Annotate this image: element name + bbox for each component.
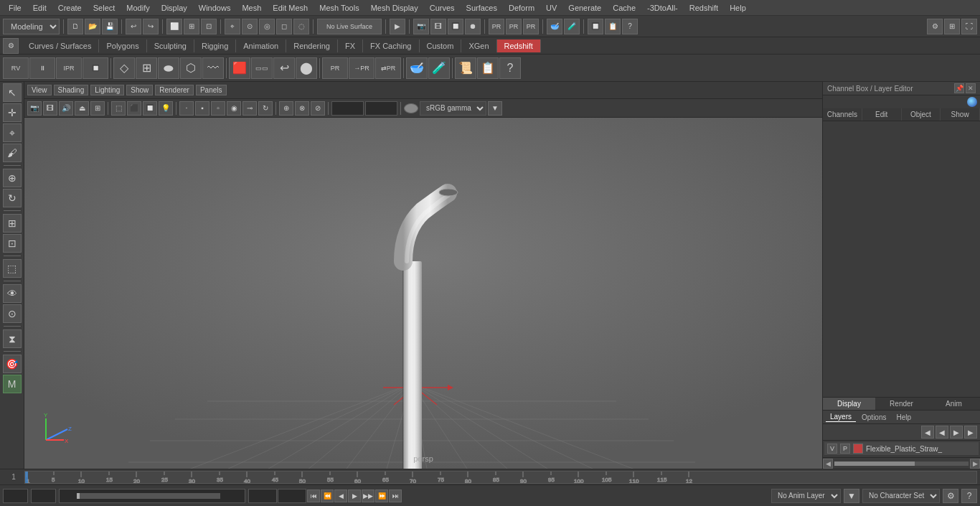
rs-btn1[interactable]: PR <box>489 19 504 34</box>
menu-file[interactable]: File <box>3 2 27 14</box>
paint-sel-btn[interactable]: ⊙ <box>242 19 258 34</box>
vp-x-input[interactable]: 0.00 <box>331 101 364 116</box>
shelf-btn-bars[interactable]: ▭▭ <box>251 57 273 79</box>
viewport-shading-menu[interactable]: Shading <box>54 85 89 95</box>
rs-btn4[interactable]: 🥣 <box>547 19 562 34</box>
history-btn[interactable]: ⧗ <box>3 329 22 348</box>
vp-wire-btn[interactable]: ⬚ <box>111 101 126 116</box>
bb-range-current[interactable]: 1 <box>62 489 76 503</box>
layer-scroll-left[interactable]: ◀ <box>823 459 833 469</box>
render-view-btn[interactable]: 🎯 <box>3 355 22 373</box>
lasso-tool-btn[interactable]: ⌖ <box>3 123 22 142</box>
transform-btn[interactable]: ⊕ <box>3 169 22 187</box>
workspace-dropdown[interactable]: Modeling <box>3 19 60 34</box>
channel-box-close-btn[interactable]: ✕ <box>966 83 976 93</box>
layer-scroll-right[interactable]: ▶ <box>970 459 980 469</box>
shelf-btn-diamond[interactable]: ◇ <box>113 57 135 79</box>
shelf-btn-log2[interactable]: 📋 <box>477 57 499 79</box>
rs-btn7[interactable]: 📋 <box>605 19 621 34</box>
pb-play[interactable]: ▶ <box>348 489 361 502</box>
vp-grid-btn[interactable]: ⊞ <box>90 101 105 116</box>
show-hide-btn[interactable]: 👁 <box>3 284 22 303</box>
shelf-btn-script[interactable]: 📜 <box>455 57 476 79</box>
ipr3-btn[interactable]: 🔲 <box>448 19 463 34</box>
layer-sub-help[interactable]: Help <box>892 413 915 422</box>
tab-curves-surfaces[interactable]: Curves / Surfaces <box>22 39 99 52</box>
layer-scrollbar-thumb[interactable] <box>834 462 915 466</box>
shelf-btn-log[interactable]: 🔲 <box>83 57 108 79</box>
snap-curve-btn[interactable]: ⊡ <box>201 19 217 34</box>
shelf-btn-rv[interactable]: RV <box>3 57 29 79</box>
marquee-tool-btn[interactable]: ⬚ <box>3 259 22 278</box>
vp-iso-btn[interactable]: ⊘ <box>311 101 325 116</box>
layer-action-btn1[interactable]: ◀ <box>921 426 934 439</box>
settings-btn[interactable]: ⚙ <box>927 19 943 34</box>
tab-rigging[interactable]: Rigging <box>194 39 236 52</box>
shelf-btn-flask[interactable]: 🧪 <box>428 57 450 79</box>
shelf-btn-cube[interactable]: 🟥 <box>229 57 250 79</box>
shelf-btn-ipr[interactable]: IPR <box>56 57 82 79</box>
tab-custom[interactable]: Custom <box>420 39 462 52</box>
menu-cache[interactable]: Cache <box>607 2 641 14</box>
vp-sel-btn[interactable]: ⬝ <box>179 101 194 116</box>
layer-action-btn2[interactable]: ◀ <box>936 426 948 439</box>
move-tool-btn[interactable]: ✛ <box>3 103 22 122</box>
fullscreen-btn[interactable]: ⛶ <box>961 19 977 34</box>
tab-fx[interactable]: FX <box>338 39 363 52</box>
layer-tab-anim[interactable]: Anim <box>928 398 980 410</box>
channel-tab-object[interactable]: Object <box>902 108 941 121</box>
tab-sculpting[interactable]: Sculpting <box>147 39 194 52</box>
rs-btn5[interactable]: 🧪 <box>564 19 580 34</box>
bb-pb-end[interactable]: 120 <box>248 489 277 503</box>
render-btn[interactable]: ▶ <box>390 19 405 34</box>
select-mode-btn[interactable]: ⬜ <box>166 19 182 34</box>
layer-tab-render[interactable]: Render <box>875 398 928 410</box>
shelf-btn-help[interactable]: ? <box>499 57 521 79</box>
layer-tab-display[interactable]: Display <box>823 398 875 410</box>
rs-btn8[interactable]: ? <box>622 19 638 34</box>
layer-scrollbar[interactable]: ◀ ▶ <box>823 457 980 469</box>
layer-action-btn3[interactable]: ▶ <box>950 426 963 439</box>
pb-go-start[interactable]: ⏮ <box>307 489 320 502</box>
viewport-panels-menu[interactable]: Panels <box>196 85 227 95</box>
menu-generate[interactable]: Generate <box>562 2 607 14</box>
lasso2-btn[interactable]: ◌ <box>293 19 309 34</box>
vp-crease-btn[interactable]: ⊸ <box>242 101 257 116</box>
time-ruler[interactable]: 1 5 10 15 20 25 30 35 40 45 50 55 60 65 … <box>24 471 977 484</box>
menu-edit[interactable]: Edit <box>27 2 52 14</box>
undo-btn[interactable]: ↩ <box>126 19 141 34</box>
menu-create[interactable]: Create <box>52 2 88 14</box>
marquee-btn[interactable]: ◻ <box>276 19 292 34</box>
snap2-btn[interactable]: ⊡ <box>3 234 22 253</box>
lasso-btn[interactable]: ⌖ <box>225 19 240 34</box>
viewport-lighting-menu[interactable]: Lighting <box>90 85 124 95</box>
pb-go-end[interactable]: ⏭ <box>389 489 402 502</box>
bb-range-slider[interactable] <box>77 493 220 499</box>
bb-char-set-dropdown[interactable]: No Character Set <box>862 489 940 503</box>
shelf-btn-bowl[interactable]: 🥣 <box>406 57 428 79</box>
tab-polygons[interactable]: Polygons <box>99 39 146 52</box>
menu-deform[interactable]: Deform <box>503 2 540 14</box>
shelf-btn-wave[interactable]: 〰 <box>202 57 224 79</box>
viewport-show-menu[interactable]: Show <box>126 85 153 95</box>
shelf-btn-circle[interactable]: ⬤ <box>296 57 317 79</box>
vp-tex-btn[interactable]: 🔲 <box>143 101 157 116</box>
bb-frame2[interactable]: 1 <box>31 489 56 503</box>
bb-pb-end2[interactable]: 200 <box>278 489 306 503</box>
shelf-btn-grid[interactable]: ⊞ <box>136 57 157 79</box>
vp-res1-btn[interactable]: ▪ <box>195 101 209 116</box>
shelf-btn-hook[interactable]: ↩ <box>273 57 295 79</box>
vp-colorspace-options[interactable]: ▼ <box>488 101 502 116</box>
vp-y-input[interactable]: 1.00 <box>365 101 397 116</box>
rs-btn2[interactable]: PR <box>506 19 522 34</box>
menu-help[interactable]: Help <box>724 2 752 14</box>
bb-range-handle[interactable] <box>77 493 80 499</box>
menu-curves[interactable]: Curves <box>424 2 461 14</box>
shelf-btn-3d[interactable]: ⬡ <box>180 57 202 79</box>
menu-surfaces[interactable]: Surfaces <box>461 2 503 14</box>
vp-solid-btn[interactable]: ⬛ <box>127 101 141 116</box>
shelf-btn-rs1[interactable]: PR <box>322 57 348 79</box>
layer-playback-btn[interactable]: P <box>840 444 850 454</box>
viewport-renderer-menu[interactable]: Renderer <box>155 85 194 95</box>
no-live-surface-btn[interactable]: No Live Surface <box>317 19 382 34</box>
